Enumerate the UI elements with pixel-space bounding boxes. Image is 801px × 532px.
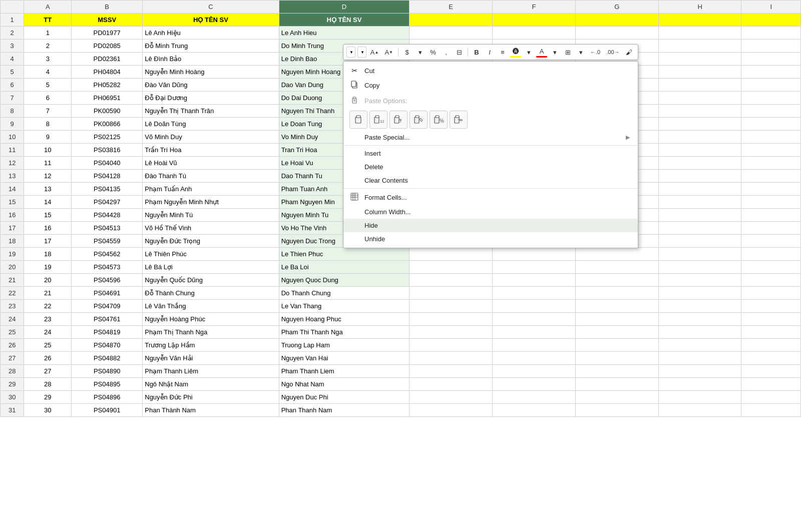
cell-a14[interactable]: 13 — [24, 183, 72, 196]
cell-f27[interactable] — [493, 352, 576, 365]
header-col-b[interactable]: B — [72, 1, 143, 14]
cell-h11[interactable] — [658, 144, 741, 157]
bold-button[interactable]: B — [471, 47, 482, 58]
cell-i15[interactable] — [741, 196, 801, 209]
cell-a6[interactable]: 5 — [24, 79, 72, 92]
cell-i2[interactable] — [741, 27, 801, 40]
cell-h4[interactable] — [658, 53, 741, 66]
cell-h3[interactable] — [658, 40, 741, 53]
cell-a29[interactable]: 28 — [24, 378, 72, 391]
cell-c20[interactable]: Lê Bá Lợi — [143, 261, 279, 274]
cell-b11[interactable]: PS03816 — [72, 144, 143, 157]
cell-a2[interactable]: 1 — [24, 27, 72, 40]
cell-i26[interactable] — [741, 339, 801, 352]
cell-e31[interactable] — [410, 404, 493, 417]
cell-e24[interactable] — [410, 313, 493, 326]
cell-g27[interactable] — [575, 352, 658, 365]
cell-a13[interactable]: 12 — [24, 170, 72, 183]
cell-b8[interactable]: PK00590 — [72, 105, 143, 118]
cell-h6[interactable] — [658, 79, 741, 92]
cell-g22[interactable] — [575, 287, 658, 300]
cell-d26[interactable]: Truong Lap Ham — [279, 339, 410, 352]
cell-b14[interactable]: PS04135 — [72, 183, 143, 196]
cell-i1[interactable] — [741, 14, 801, 27]
cell-b3[interactable]: PD02085 — [72, 40, 143, 53]
cell-a22[interactable]: 21 — [24, 287, 72, 300]
cell-d22[interactable]: Do Thanh Chung — [279, 287, 410, 300]
cell-f1[interactable] — [493, 14, 576, 27]
context-menu-hide[interactable]: Hide — [343, 219, 638, 232]
cell-c7[interactable]: Đỗ Đại Dương — [143, 92, 279, 105]
header-col-h[interactable]: H — [658, 1, 741, 14]
cell-b27[interactable]: PS04882 — [72, 352, 143, 365]
cell-e25[interactable] — [410, 326, 493, 339]
cell-f20[interactable] — [493, 261, 576, 274]
cell-a19[interactable]: 18 — [24, 248, 72, 261]
cell-a16[interactable]: 15 — [24, 209, 72, 222]
cell-h25[interactable] — [658, 326, 741, 339]
highlight-button[interactable]: 🅐 — [510, 47, 521, 58]
cell-a20[interactable]: 19 — [24, 261, 72, 274]
cell-c8[interactable]: Nguyễn Thị Thanh Trân — [143, 105, 279, 118]
cell-b6[interactable]: PH05282 — [72, 79, 143, 92]
cell-a26[interactable]: 25 — [24, 339, 72, 352]
cell-d24[interactable]: Nguyen Hoang Phuc — [279, 313, 410, 326]
font-size-dropdown[interactable]: ▼ — [357, 47, 366, 58]
cell-i23[interactable] — [741, 300, 801, 313]
header-col-c[interactable]: C — [143, 1, 279, 14]
paint-format-button[interactable]: 🖌 — [624, 47, 635, 58]
cell-c27[interactable]: Nguyễn Văn Hải — [143, 352, 279, 365]
context-menu-insert[interactable]: Insert — [343, 146, 638, 160]
cell-h10[interactable] — [658, 131, 741, 144]
cell-i19[interactable] — [741, 248, 801, 261]
cell-a7[interactable]: 6 — [24, 92, 72, 105]
cell-d20[interactable]: Le Ba Loi — [279, 261, 410, 274]
cell-h8[interactable] — [658, 105, 741, 118]
cell-a31[interactable]: 30 — [24, 404, 72, 417]
cell-c30[interactable]: Nguyễn Đức Phi — [143, 391, 279, 404]
cell-f25[interactable] — [493, 326, 576, 339]
cell-a10[interactable]: 9 — [24, 131, 72, 144]
cell-f24[interactable] — [493, 313, 576, 326]
cell-i21[interactable] — [741, 274, 801, 287]
cell-c26[interactable]: Trương Lập Hầm — [143, 339, 279, 352]
cell-h19[interactable] — [658, 248, 741, 261]
cell-c22[interactable]: Đỗ Thành Chung — [143, 287, 279, 300]
cell-h31[interactable] — [658, 404, 741, 417]
cell-h16[interactable] — [658, 209, 741, 222]
cell-c14[interactable]: Phạm Tuấn Anh — [143, 183, 279, 196]
cell-b30[interactable]: PS04896 — [72, 391, 143, 404]
header-col-d[interactable]: D — [279, 1, 410, 14]
cell-i8[interactable] — [741, 105, 801, 118]
font-color-arrow-button[interactable]: ▾ — [549, 47, 560, 58]
cell-b2[interactable]: PD01977 — [72, 27, 143, 40]
cell-c13[interactable]: Đào Thanh Tú — [143, 170, 279, 183]
cell-e2[interactable] — [410, 27, 493, 40]
cell-e23[interactable] — [410, 300, 493, 313]
context-menu-cut[interactable]: ✂ Cut — [343, 64, 638, 78]
cell-d19[interactable]: Le Thien Phuc — [279, 248, 410, 261]
cell-h9[interactable] — [658, 118, 741, 131]
cell-d30[interactable]: Nguyen Duc Phi — [279, 391, 410, 404]
context-menu-unhide[interactable]: Unhide — [343, 232, 638, 246]
cell-i5[interactable] — [741, 66, 801, 79]
cell-a18[interactable]: 17 — [24, 235, 72, 248]
cell-a15[interactable]: 14 — [24, 196, 72, 209]
paste-btn-3[interactable]: f x — [389, 111, 408, 129]
cell-a11[interactable]: 10 — [24, 144, 72, 157]
cell-h30[interactable] — [658, 391, 741, 404]
paste-btn-2[interactable]: 123 — [369, 111, 387, 129]
cell-a5[interactable]: 4 — [24, 66, 72, 79]
cell-h5[interactable] — [658, 66, 741, 79]
cell-f19[interactable] — [493, 248, 576, 261]
cell-i20[interactable] — [741, 261, 801, 274]
cell-f26[interactable] — [493, 339, 576, 352]
cell-c1[interactable]: HỌ TÊN SV — [143, 14, 279, 27]
cell-b28[interactable]: PS04890 — [72, 365, 143, 378]
cell-b16[interactable]: PS04428 — [72, 209, 143, 222]
cell-b4[interactable]: PD02361 — [72, 53, 143, 66]
cell-a1[interactable]: TT — [24, 14, 72, 27]
cell-e28[interactable] — [410, 365, 493, 378]
cell-g24[interactable] — [575, 313, 658, 326]
cell-c29[interactable]: Ngô Nhật Nam — [143, 378, 279, 391]
